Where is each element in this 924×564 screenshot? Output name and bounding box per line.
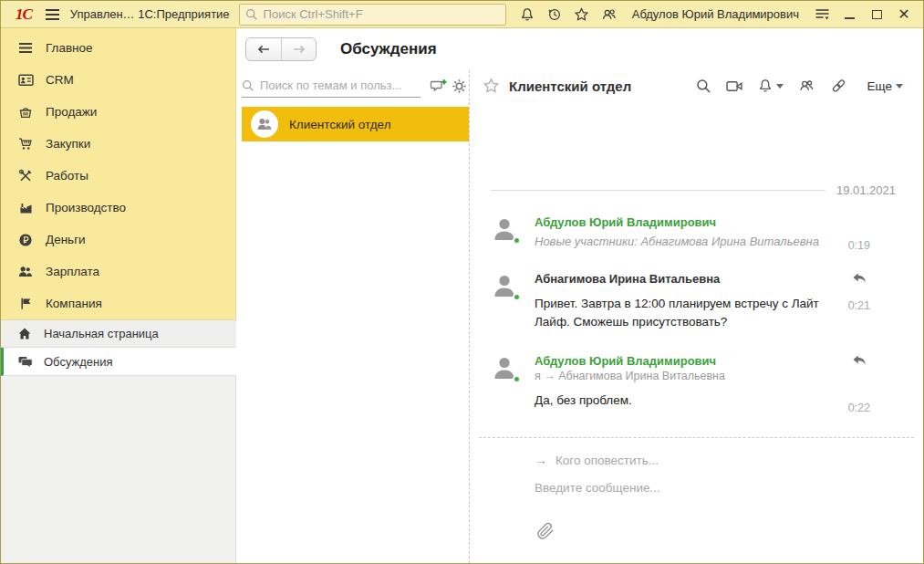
sidebar-item-discussions[interactable]: Обсуждения xyxy=(1,348,236,376)
sidebar-item-label: Зарплата xyxy=(46,265,99,278)
new-discussion-icon[interactable] xyxy=(430,76,448,96)
history-icon[interactable] xyxy=(543,5,566,25)
message-author[interactable]: Абнагимова Ирина Витальевна xyxy=(535,272,832,286)
date-label: 19.01.2021 xyxy=(836,183,896,197)
home-icon xyxy=(16,326,34,342)
discussion-search-input[interactable] xyxy=(260,78,420,92)
content-area: Обсуждения xyxy=(236,28,923,563)
discussion-search-row xyxy=(242,72,469,99)
message-author[interactable]: Абдулов Юрий Владимирович xyxy=(535,354,832,368)
sidebar-item-label: Главное xyxy=(46,41,93,55)
favorites-star-icon[interactable] xyxy=(570,5,594,25)
app-window: 1С Управлен… 1С:Предприятие xyxy=(0,0,924,564)
people-icon xyxy=(16,264,35,280)
cart-icon xyxy=(16,136,35,152)
message-recipient-meta: я → Абнагимова Ирина Витальевна xyxy=(535,370,832,382)
search-icon xyxy=(242,79,254,92)
sidebar-item-label: Работы xyxy=(46,169,88,183)
participants-icon[interactable] xyxy=(798,76,815,96)
service-menu-icon[interactable] xyxy=(810,5,834,25)
attach-row xyxy=(536,522,914,543)
online-status-dot xyxy=(513,293,521,301)
discussion-list-item-selected[interactable]: Клиентский отдел xyxy=(242,107,469,141)
avatar xyxy=(491,272,518,299)
titlebar-right: Абдулов Юрий Владимирович ✕ xyxy=(515,5,916,25)
message-list: 19.01.2021 Абдулов Юрий Владимиров xyxy=(470,101,923,437)
app-title: Управлен… 1С:Предприятие xyxy=(70,7,230,21)
attach-file-icon[interactable] xyxy=(536,522,555,540)
group-users-icon xyxy=(256,117,273,131)
message: Абнагимова Ирина Витальевна Привет. Завт… xyxy=(491,272,896,330)
gear-icon[interactable] xyxy=(452,76,467,96)
global-search[interactable] xyxy=(239,4,506,26)
discussion-list-panel: Клиентский отдел xyxy=(236,70,469,563)
maximize-button[interactable] xyxy=(865,5,888,25)
message-body: Абдулов Юрий Владимирович Новые участник… xyxy=(535,215,896,248)
sidebar-item-money[interactable]: Деньги xyxy=(1,224,235,256)
sidebar-item-label: Обсуждения xyxy=(44,355,113,369)
global-search-input[interactable] xyxy=(264,7,500,21)
sidebar-item-sales[interactable]: Продажи xyxy=(1,96,235,128)
group-avatar xyxy=(251,110,278,138)
chat-notifications-icon[interactable] xyxy=(758,76,784,96)
users-icon[interactable] xyxy=(597,5,621,25)
message-author[interactable]: Абдулов Юрий Владимирович xyxy=(535,215,832,229)
chat-header: Клиентский отдел xyxy=(470,70,923,101)
sidebar-item-home[interactable]: Начальная страница xyxy=(1,319,236,348)
message-composer: → xyxy=(479,437,914,563)
discussion-search-field[interactable] xyxy=(242,74,420,98)
sidebar-item-production[interactable]: Производство xyxy=(1,192,235,224)
link-icon[interactable] xyxy=(830,76,847,96)
sidebar-item-crm[interactable]: CRM xyxy=(1,64,235,96)
basket-icon xyxy=(16,104,35,120)
main-menu-icon[interactable] xyxy=(41,5,65,25)
notify-row: → xyxy=(535,453,914,467)
chevron-down-icon xyxy=(776,84,784,89)
forward-button[interactable] xyxy=(281,38,316,60)
system-message-text: Новые участники: Абнагимова Ирина Виталь… xyxy=(535,235,832,248)
minimize-icon xyxy=(845,17,855,19)
chat-bubbles-icon xyxy=(16,353,34,370)
close-button[interactable]: ✕ xyxy=(892,5,916,25)
message-text: Привет. Завтра в 12:00 планируем встречу… xyxy=(535,295,832,330)
sidebar-item-label: Производство xyxy=(46,201,126,214)
content-columns: Клиентский отдел Клиентский отдел xyxy=(236,70,923,563)
page-header: Обсуждения xyxy=(236,28,923,70)
ruble-coin-icon xyxy=(16,232,35,248)
message-input[interactable] xyxy=(535,481,918,495)
sidebar-item-main[interactable]: Главное xyxy=(1,32,235,64)
sidebar-item-payroll[interactable]: Зарплата xyxy=(1,256,235,287)
titlebar: 1С Управлен… 1С:Предприятие xyxy=(1,1,923,28)
notifications-bell-icon[interactable] xyxy=(515,5,539,25)
message-time: 0:22 xyxy=(848,402,870,414)
notify-arrow-icon: → xyxy=(535,453,547,467)
sidebar-item-purchases[interactable]: Закупки xyxy=(1,128,235,160)
video-call-icon[interactable] xyxy=(726,76,743,96)
avatar xyxy=(491,354,518,381)
chat-panel: Клиентский отдел xyxy=(469,70,923,563)
maximize-icon xyxy=(872,10,882,19)
more-button[interactable]: Еще xyxy=(867,79,903,93)
flag-icon xyxy=(16,296,35,312)
chat-header-actions: Еще xyxy=(696,76,903,96)
hamburger-icon xyxy=(16,40,35,57)
favorite-star-icon[interactable] xyxy=(483,76,500,96)
sidebar-item-works[interactable]: Работы xyxy=(1,160,235,192)
nav-history-buttons xyxy=(245,37,317,61)
close-icon: ✕ xyxy=(898,7,909,22)
page-title: Обсуждения xyxy=(340,40,437,58)
sidebar-item-label: Компания xyxy=(46,297,102,310)
current-user-name[interactable]: Абдулов Юрий Владимирович xyxy=(632,7,799,21)
notify-input[interactable] xyxy=(555,454,847,467)
search-in-chat-icon[interactable] xyxy=(696,76,711,96)
message-text: Да, без проблем. xyxy=(535,392,832,410)
reply-icon[interactable] xyxy=(852,354,867,367)
discussion-item-title: Клиентский отдел xyxy=(289,118,391,131)
sidebar-item-company[interactable]: Компания xyxy=(1,287,235,319)
sidebar-item-label: Продажи xyxy=(46,105,97,119)
minimize-button[interactable] xyxy=(837,5,861,25)
back-button[interactable] xyxy=(246,38,281,60)
date-separator: 19.01.2021 xyxy=(491,183,896,197)
reply-icon[interactable] xyxy=(852,272,867,285)
separator-line xyxy=(491,190,825,191)
